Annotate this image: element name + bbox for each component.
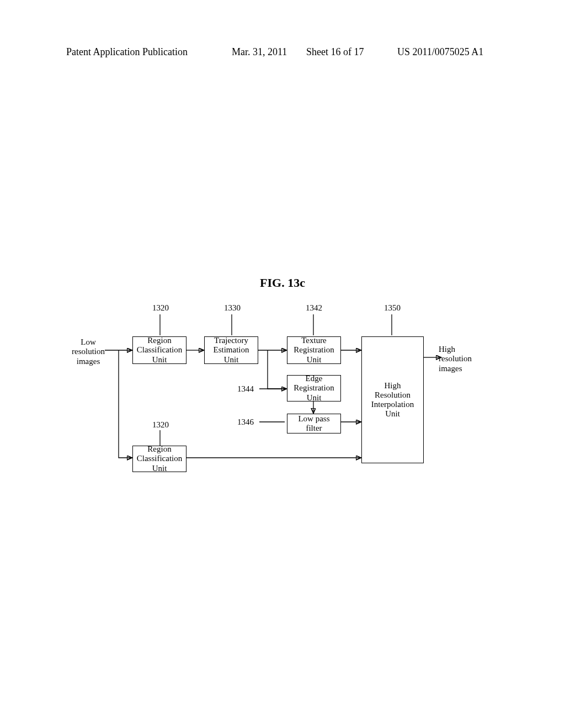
header-date: Mar. 31, 2011: [232, 46, 287, 58]
input-label: Low resolution images: [69, 338, 108, 366]
figure-title: FIG. 13c: [0, 276, 565, 290]
ref-1346: 1346: [237, 417, 254, 427]
box-trajectory-estimation: Trajectory Estimation Unit: [204, 336, 258, 364]
ref-1320b: 1320: [152, 420, 169, 430]
box-high-resolution-interpolation: High Resolution Interpolation Unit: [361, 336, 424, 463]
header-pubnum: US 2011/0075025 A1: [397, 46, 483, 58]
ref-1342: 1342: [306, 303, 322, 313]
box-low-pass-filter: Low pass filter: [287, 414, 341, 433]
output-label: High resolution images: [439, 345, 480, 373]
header-left: Patent Application Publication: [66, 46, 188, 58]
ref-1350: 1350: [384, 303, 401, 313]
block-diagram: Low resolution images High resolution im…: [72, 298, 513, 474]
ref-1320a: 1320: [152, 303, 169, 313]
ref-1330: 1330: [224, 303, 241, 313]
header-sheet: Sheet 16 of 17: [306, 46, 364, 58]
ref-1344: 1344: [237, 384, 254, 394]
box-edge-registration: Edge Registration Unit: [287, 375, 341, 402]
box-region-classification-2: Region Classification Unit: [132, 446, 186, 472]
box-texture-registration: Texture Registration Unit: [287, 336, 341, 364]
box-region-classification-1: Region Classification Unit: [132, 336, 186, 364]
